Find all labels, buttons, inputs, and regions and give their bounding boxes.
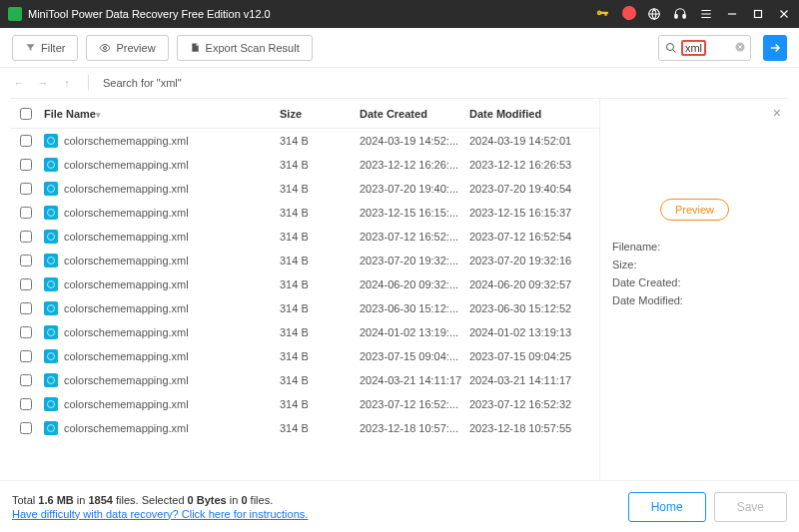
column-name[interactable]: File Name▾	[42, 108, 280, 120]
row-checkbox[interactable]	[20, 255, 32, 266]
select-all-checkbox[interactable]	[20, 108, 32, 120]
table-body[interactable]: colorschememapping.xml314 B2024-03-19 14…	[10, 129, 599, 480]
search-clear-icon[interactable]	[734, 41, 746, 55]
nav-up-icon[interactable]: ↑	[60, 77, 74, 89]
file-modified-cell: 2023-07-20 19:32:16	[469, 255, 599, 266]
export-icon	[190, 42, 201, 53]
nav-back-icon[interactable]: ←	[12, 77, 26, 89]
file-name-cell: colorschememapping.xml	[64, 302, 280, 314]
detail-filename-label: Filename:	[612, 241, 777, 253]
file-name-cell: colorschememapping.xml	[64, 255, 280, 266]
file-size-cell: 314 B	[280, 183, 360, 195]
file-table: File Name▾ Size Date Created Date Modifi…	[10, 99, 599, 480]
filter-icon	[25, 42, 36, 53]
table-row[interactable]: colorschememapping.xml314 B2023-07-12 16…	[10, 225, 599, 249]
row-checkbox[interactable]	[20, 422, 32, 434]
table-row[interactable]: colorschememapping.xml314 B2023-07-12 16…	[10, 392, 599, 416]
file-created-cell: 2023-12-12 16:26:...	[360, 159, 469, 171]
minimize-button[interactable]	[725, 7, 739, 21]
filter-label: Filter	[41, 42, 65, 54]
app-logo-icon	[8, 7, 22, 21]
file-size-cell: 314 B	[280, 207, 360, 219]
row-checkbox[interactable]	[20, 278, 32, 290]
file-name-cell: colorschememapping.xml	[64, 159, 280, 171]
file-modified-cell: 2024-06-20 09:32:57	[469, 278, 599, 290]
notification-bell-icon[interactable]	[621, 7, 635, 21]
file-type-icon	[42, 205, 60, 221]
file-name-cell: colorschememapping.xml	[64, 207, 280, 219]
table-row[interactable]: colorschememapping.xml314 B2023-12-15 16…	[10, 201, 599, 225]
file-type-icon	[42, 133, 60, 149]
save-button[interactable]: Save	[714, 492, 787, 522]
sort-indicator-icon: ▾	[96, 110, 101, 120]
file-modified-cell: 2023-12-12 16:26:53	[469, 159, 599, 171]
table-row[interactable]: colorschememapping.xml314 B2023-12-18 10…	[10, 416, 599, 440]
panel-preview-button[interactable]: Preview	[660, 199, 729, 221]
table-row[interactable]: colorschememapping.xml314 B2023-07-20 19…	[10, 177, 599, 201]
globe-icon[interactable]	[647, 7, 661, 21]
file-type-icon	[42, 396, 60, 412]
table-row[interactable]: colorschememapping.xml314 B2024-03-21 14…	[10, 368, 599, 392]
column-size[interactable]: Size	[280, 108, 360, 120]
row-checkbox[interactable]	[20, 350, 32, 362]
file-type-icon	[42, 157, 60, 173]
footer: Total 1.6 MB in 1854 files. Selected 0 B…	[0, 480, 799, 532]
file-created-cell: 2023-07-12 16:52:...	[360, 398, 469, 410]
license-key-icon[interactable]	[595, 7, 609, 21]
row-checkbox[interactable]	[20, 302, 32, 314]
export-label: Export Scan Result	[206, 42, 300, 54]
file-name-cell: colorschememapping.xml	[64, 135, 280, 147]
table-row[interactable]: colorschememapping.xml314 B2023-07-15 09…	[10, 344, 599, 368]
content-area: File Name▾ Size Date Created Date Modifi…	[10, 98, 789, 480]
row-checkbox[interactable]	[20, 159, 32, 171]
file-size-cell: 314 B	[280, 398, 360, 410]
row-checkbox[interactable]	[20, 326, 32, 338]
row-checkbox[interactable]	[20, 231, 32, 243]
row-checkbox[interactable]	[20, 207, 32, 219]
nav-separator	[88, 75, 89, 91]
nav-forward-icon[interactable]: →	[36, 77, 50, 89]
file-size-cell: 314 B	[280, 278, 360, 290]
table-row[interactable]: colorschememapping.xml314 B2023-06-30 15…	[10, 296, 599, 320]
table-row[interactable]: colorschememapping.xml314 B2024-01-02 13…	[10, 320, 599, 344]
search-box[interactable]: xml	[658, 35, 751, 61]
row-checkbox[interactable]	[20, 398, 32, 410]
file-type-icon	[42, 181, 60, 197]
search-submit-button[interactable]	[763, 35, 787, 61]
file-name-cell: colorschememapping.xml	[64, 374, 280, 386]
file-size-cell: 314 B	[280, 135, 360, 147]
headset-icon[interactable]	[673, 7, 687, 21]
details-panel: × Preview Filename: Size: Date Created: …	[599, 99, 789, 480]
panel-close-icon[interactable]: ×	[773, 105, 781, 121]
search-input-extra[interactable]	[710, 42, 730, 54]
table-row[interactable]: colorschememapping.xml314 B2023-07-20 19…	[10, 249, 599, 272]
close-button[interactable]	[777, 7, 791, 21]
filter-button[interactable]: Filter	[12, 35, 78, 61]
menu-icon[interactable]	[699, 7, 713, 21]
export-button[interactable]: Export Scan Result	[177, 35, 313, 61]
row-checkbox[interactable]	[20, 374, 32, 386]
file-name-cell: colorschememapping.xml	[64, 398, 280, 410]
search-input[interactable]: xml	[681, 40, 706, 56]
preview-button[interactable]: Preview	[86, 35, 168, 61]
column-modified[interactable]: Date Modified	[469, 108, 599, 120]
file-modified-cell: 2023-12-15 16:15:37	[469, 207, 599, 219]
navbar: ← → ↑ Search for "xml"	[0, 68, 799, 98]
footer-info: Total 1.6 MB in 1854 files. Selected 0 B…	[12, 494, 620, 520]
table-row[interactable]: colorschememapping.xml314 B2024-03-19 14…	[10, 129, 599, 153]
toolbar: Filter Preview Export Scan Result xml	[0, 28, 799, 68]
file-created-cell: 2023-12-18 10:57:...	[360, 422, 469, 434]
home-button[interactable]: Home	[628, 492, 706, 522]
file-modified-cell: 2023-07-20 19:40:54	[469, 183, 599, 195]
file-modified-cell: 2024-03-19 14:52:01	[469, 135, 599, 147]
row-checkbox[interactable]	[20, 135, 32, 147]
table-row[interactable]: colorschememapping.xml314 B2024-06-20 09…	[10, 272, 599, 296]
table-row[interactable]: colorschememapping.xml314 B2023-12-12 16…	[10, 153, 599, 177]
file-type-icon	[42, 276, 60, 292]
file-modified-cell: 2023-07-15 09:04:25	[469, 350, 599, 362]
column-created[interactable]: Date Created	[360, 108, 469, 120]
row-checkbox[interactable]	[20, 183, 32, 195]
file-modified-cell: 2023-07-12 16:52:54	[469, 231, 599, 243]
help-link[interactable]: Have difficulty with data recovery? Clic…	[12, 508, 620, 520]
maximize-button[interactable]	[751, 7, 765, 21]
